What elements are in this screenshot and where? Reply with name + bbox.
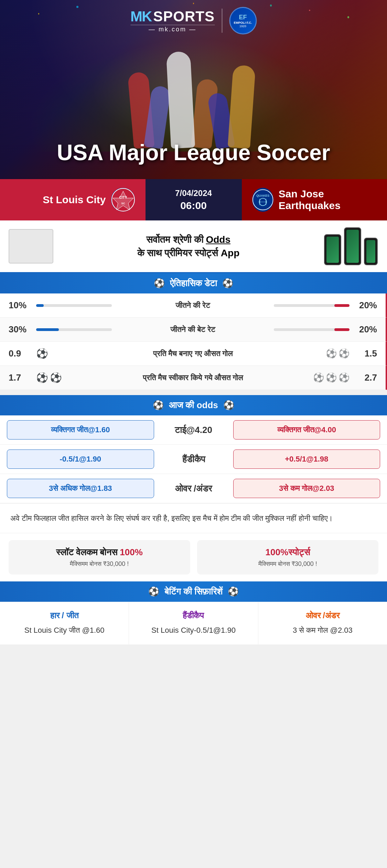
svg-text:CITY: CITY <box>119 196 127 199</box>
home-team-badge: CITY SC <box>111 188 135 212</box>
mk-text: MK <box>130 8 151 25</box>
odds-row-2: 3से अधिक गोल@1.83 ओवर /अंडर 3से कम गोल@2… <box>0 474 387 503</box>
historical-title: ऐतिहासिक डेटा <box>170 278 217 289</box>
hero-title: USA Major League Soccer <box>57 140 330 165</box>
betting-cols-row: हार / जीत St Louis City जीत @1.60 हैंडीक… <box>0 602 387 644</box>
bet-col-title-0: हार / जीत <box>7 611 122 620</box>
stat-icons-right-2: ⚽ ⚽ <box>322 348 350 359</box>
stat-bar-fill-0 <box>36 304 44 307</box>
players-art <box>39 38 348 148</box>
stat-row-bet-rate: 30% जीतने की बेट रेट 20% <box>0 318 387 342</box>
sports-text: SPORTS <box>153 8 215 25</box>
ball-icon-3b: ⚽ <box>50 372 62 383</box>
odds-title: आज की odds <box>169 400 218 411</box>
stat-left-val-3: 1.7 <box>9 372 36 383</box>
stat-icons-right-3: ⚽ ⚽ ⚽ <box>322 372 350 383</box>
promo-text: सर्वोतम श्रेणी की Odds के साथ प्रीमियर स… <box>60 233 316 260</box>
logo-divider <box>222 9 222 33</box>
hero-banner: MK SPORTS — mk.com — EF EMPOLI F.C. 1920… <box>0 0 387 179</box>
match-center: 7/04/2024 06:00 <box>146 179 242 220</box>
stat-bar-right-0 <box>274 304 350 307</box>
stat-left-val-2: 0.9 <box>9 348 36 359</box>
stat-icons-left-2: ⚽ <box>36 348 64 359</box>
mk-sports-logo: MK SPORTS — mk.com — <box>130 8 215 33</box>
stat-label-3: प्रति मैच स्वीकार किये गये औसत गोल <box>64 373 322 382</box>
betting-soccer-icon-right: ⚽ <box>228 586 239 597</box>
odds-btn-away-win[interactable]: व्यक्तिगत जीत@4.00 <box>233 420 380 440</box>
ball-icon-3d: ⚽ <box>326 372 337 383</box>
stat-bar-left-1 <box>36 328 112 331</box>
ball-icon-2a: ⚽ <box>36 348 48 359</box>
team-home: St Louis City CITY SC <box>0 179 146 220</box>
empoli-badge: EF EMPOLI F.C. 1920 <box>229 7 257 34</box>
stat-bar-fill-right-1 <box>334 328 350 331</box>
bet-col-val-0: St Louis City जीत @1.60 <box>7 624 122 636</box>
betting-col-over-under: ओवर /अंडर 3 से कम गोल @2.03 <box>258 602 387 644</box>
bonus-slots-subtitle: मैक्सिमम बोनस ₹30,000 ! <box>15 560 183 568</box>
bet-col-title-2: ओवर /अंडर <box>265 611 380 620</box>
soccer-icon-right: ⚽ <box>222 278 233 289</box>
odds-btn-handicap-away[interactable]: +0.5/1@1.98 <box>233 450 380 469</box>
historical-header: ⚽ ऐतिहासिक डेटा ⚽ <box>0 273 387 293</box>
odds-btn-over[interactable]: 3से अधिक गोल@1.83 <box>7 479 154 498</box>
bonus-card-sports[interactable]: 100%स्पोर्ट्स मैक्सिमम बोनस ₹30,000 ! <box>197 540 379 575</box>
home-team-name: St Louis City <box>43 194 106 206</box>
odds-row-0: व्यक्तिगत जीत@1.60 टाई@4.20 व्यक्तिगत जी… <box>0 415 387 445</box>
bonus-sports-subtitle: मैक्सिमम बोनस ₹30,000 ! <box>204 560 372 568</box>
odds-header: ⚽ आज की odds ⚽ <box>0 395 387 415</box>
team-away: QUAKES San Jose Earthquakes <box>242 179 387 220</box>
odds-section: व्यक्तिगत जीत@1.60 टाई@4.20 व्यक्तिगत जी… <box>0 415 387 503</box>
stat-left-val-0: 10% <box>9 300 36 311</box>
betting-soccer-icon-left: ⚽ <box>148 586 159 597</box>
odds-btn-under[interactable]: 3से कम गोल@2.03 <box>233 479 380 498</box>
away-team-badge: QUAKES <box>252 188 273 212</box>
analysis-text: अवे टीम फिलहाल जीत हासिल करने के लिए संघ… <box>0 503 387 533</box>
odds-soccer-icon-right: ⚽ <box>223 400 234 411</box>
odds-center-2: ओवर /अंडर <box>159 483 228 494</box>
betting-col-handicap: हैंडीकैप St Louis City-0.5/1@1.90 <box>129 602 258 644</box>
svg-point-4 <box>252 190 273 210</box>
stat-bar-left-0 <box>36 304 112 307</box>
stat-right-val-2: 1.5 <box>350 348 377 359</box>
ball-icon-2c: ⚽ <box>338 348 350 359</box>
ball-icon-3c: ⚽ <box>313 372 324 383</box>
ball-icon-3e: ⚽ <box>338 372 350 383</box>
mk-domain: — mk.com — <box>130 25 215 33</box>
odds-btn-handicap-home[interactable]: -0.5/1@1.90 <box>7 450 154 469</box>
stat-bar-fill-right-0 <box>334 304 350 307</box>
promo-image-placeholder <box>9 229 53 264</box>
stat-right-val-3: 2.7 <box>350 372 377 383</box>
ball-icon-3a: ⚽ <box>36 372 48 383</box>
odds-center-0: टाई@4.20 <box>159 425 228 435</box>
bonus-card-slots[interactable]: स्लॉट वेलकम बोनस 100% मैक्सिमम बोनस ₹30,… <box>9 540 190 575</box>
match-date: 7/04/2024 <box>175 188 212 198</box>
svg-text:QUAKES: QUAKES <box>256 194 269 197</box>
logo-area: MK SPORTS — mk.com — EF EMPOLI F.C. 1920 <box>130 7 257 34</box>
betting-rec-title: बेटिंग की सिफ़ारिशें <box>164 586 223 597</box>
bonus-sports-title: 100%स्पोर्ट्स <box>204 547 372 558</box>
betting-col-win-loss: हार / जीत St Louis City जीत @1.60 <box>0 602 129 644</box>
ball-icon-2b: ⚽ <box>326 348 337 359</box>
bet-col-title-1: हैंडीकैप <box>136 611 251 620</box>
odds-btn-home-win[interactable]: व्यक्तिगत जीत@1.60 <box>7 420 154 440</box>
stat-bar-fill-1 <box>36 328 59 331</box>
bonus-section: स्लॉट वेलकम बोनस 100% मैक्सिमम बोनस ₹30,… <box>0 533 387 581</box>
stats-table: 10% जीतने की रेट 20% 30% जीतने की बेट रे… <box>0 293 387 390</box>
bonus-slots-title: स्लॉट वेलकम बोनस 100% <box>15 547 183 558</box>
stat-icons-left-3: ⚽ ⚽ <box>36 372 64 383</box>
soccer-icon-left: ⚽ <box>154 278 165 289</box>
promo-phones <box>323 227 378 265</box>
stat-left-val-1: 30% <box>9 324 36 335</box>
odds-soccer-icon-left: ⚽ <box>153 400 164 411</box>
away-team-name: San Jose Earthquakes <box>279 188 377 211</box>
bet-col-val-1: St Louis City-0.5/1@1.90 <box>136 624 251 636</box>
svg-text:SC: SC <box>121 202 125 205</box>
stat-right-val-1: 20% <box>350 324 377 335</box>
stat-row-win-rate: 10% जीतने की रेट 20% <box>0 293 387 318</box>
match-time: 06:00 <box>180 200 207 211</box>
odds-center-1: हैंडीकैप <box>159 454 228 465</box>
promo-banner[interactable]: सर्वोतम श्रेणी की Odds के साथ प्रीमियर स… <box>0 220 387 273</box>
stat-bar-right-1 <box>274 328 350 331</box>
stat-row-goals-conceded: 1.7 ⚽ ⚽ प्रति मैच स्वीकार किये गये औसत ग… <box>0 366 387 390</box>
stat-label-1: जीतने की बेट रेट <box>112 325 274 334</box>
